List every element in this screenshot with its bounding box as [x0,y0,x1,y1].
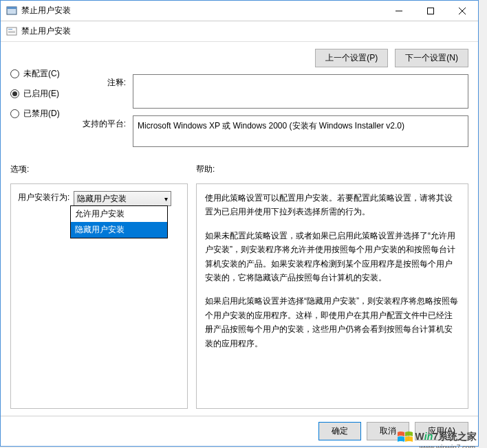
help-paragraph: 如果启用此策略设置并选择“隐藏用户安装”，则安装程序将忽略按照每个用户安装的应用… [205,294,459,350]
svg-rect-8 [8,31,15,32]
policy-editor-window: 禁止用户安装 禁止用户安装 未配置(C) 已启用(E) 已禁用(D) [0,0,479,447]
previous-setting-button[interactable]: 上一个设置(P) [315,49,388,67]
cancel-button[interactable]: 取消 [367,422,409,440]
svg-rect-3 [428,8,434,14]
radio-label: 已禁用(D) [23,108,60,120]
behavior-combobox[interactable]: 隐藏用户安装 ▾ [74,191,171,206]
lower-section: 用户安装行为: 隐藏用户安装 ▾ 允许用户安装 隐藏用户安装 使用此策略设置可以… [1,179,478,416]
behavior-label: 用户安装行为: [18,192,69,203]
nav-row: 上一个设置(P) 下一个设置(N) [78,49,468,67]
help-paragraph: 如果未配置此策略设置，或者如果已启用此策略设置并选择了“允许用户安装”，则安装程… [205,229,459,285]
behavior-dropdown-list: 允许用户安装 隐藏用户安装 [70,205,168,238]
next-setting-button[interactable]: 下一个设置(N) [395,49,468,67]
supported-label: 支持的平台: [78,115,133,147]
close-button[interactable] [446,1,478,21]
help-section-label: 帮助: [196,164,215,175]
radio-icon [10,109,19,118]
radio-disabled[interactable]: 已禁用(D) [10,108,71,120]
supported-on-box: Microsoft Windows XP 或 Windows 2000 (安装有… [133,115,468,147]
radio-not-configured[interactable]: 未配置(C) [10,68,71,80]
comment-textarea[interactable] [133,74,468,109]
toolbar: 禁止用户安装 [1,21,478,42]
chevron-down-icon: ▾ [164,195,168,203]
section-headers: 选项: 帮助: [1,159,478,179]
radio-label: 已启用(E) [23,88,59,100]
fields-column: 上一个设置(P) 下一个设置(N) 注释: 支持的平台: Microsoft W… [78,49,468,154]
radio-icon [10,89,19,98]
radio-label: 未配置(C) [23,68,60,80]
minimize-button[interactable] [383,1,415,21]
radio-enabled[interactable]: 已启用(E) [10,88,71,100]
help-panel[interactable]: 使用此策略设置可以配置用户安装。若要配置此策略设置，请将其设置为已启用并使用下拉… [196,183,468,409]
options-panel: 用户安装行为: 隐藏用户安装 ▾ 允许用户安装 隐藏用户安装 [10,183,188,409]
apply-button[interactable]: 应用(A) [415,422,468,440]
combo-selected-text: 隐藏用户安装 [77,193,127,205]
combo-option-hide[interactable]: 隐藏用户安装 [71,222,167,238]
maximize-button[interactable] [415,1,446,21]
footer: 确定 取消 应用(A) [1,416,478,446]
window-controls [383,1,478,21]
policy-icon [6,26,17,37]
ok-button[interactable]: 确定 [318,422,361,440]
radio-icon [10,69,19,78]
window-title: 禁止用户安装 [21,5,383,16]
help-paragraph: 使用此策略设置可以配置用户安装。若要配置此策略设置，请将其设置为已启用并使用下拉… [205,191,459,219]
state-radio-group: 未配置(C) 已启用(E) 已禁用(D) [10,49,71,154]
titlebar: 禁止用户安装 [1,1,478,21]
combo-option-allow[interactable]: 允许用户安装 [71,206,167,222]
svg-rect-9 [8,32,15,33]
upper-section: 未配置(C) 已启用(E) 已禁用(D) 上一个设置(P) 下一个设置(N) 注… [1,42,478,159]
svg-rect-1 [7,7,17,9]
svg-rect-7 [8,29,12,30]
app-icon [6,5,17,16]
toolbar-title: 禁止用户安装 [21,25,71,37]
comment-label: 注释: [78,74,133,109]
options-section-label: 选项: [10,164,196,175]
